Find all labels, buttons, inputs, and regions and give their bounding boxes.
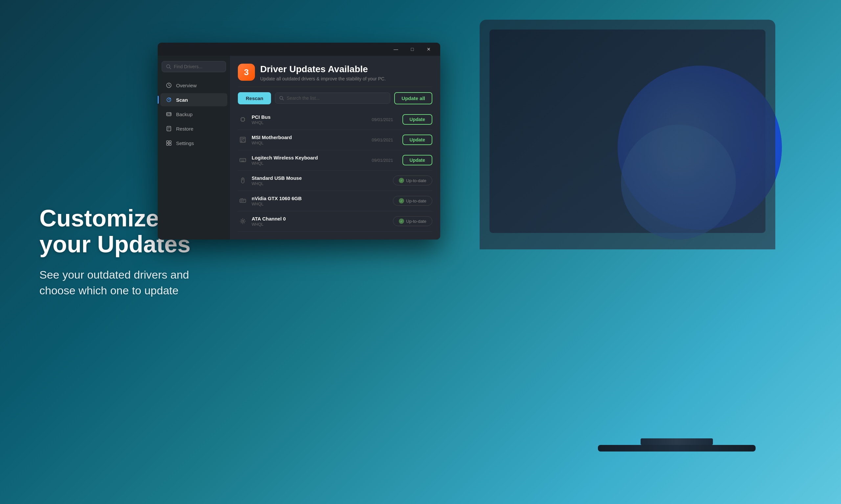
- driver-info: Logitech Wireless Keyboard WHQL: [252, 155, 367, 166]
- close-button[interactable]: ✕: [421, 44, 436, 54]
- driver-icon: [238, 114, 248, 124]
- uptodate-label: Up-to-date: [406, 199, 426, 203]
- driver-update-button[interactable]: Update: [402, 155, 432, 165]
- svg-line-1: [170, 68, 171, 69]
- svg-rect-9: [168, 127, 170, 128]
- search-icon: [166, 64, 171, 69]
- update-count-badge: 3: [238, 64, 255, 81]
- driver-row: Standard USB Mouse WHQL ✓ Up-to-date: [238, 170, 432, 191]
- search-box[interactable]: Find Drivers...: [161, 61, 226, 72]
- driver-update-button[interactable]: Update: [402, 114, 432, 125]
- driver-name: PCI Bus: [252, 114, 367, 120]
- check-icon: ✓: [399, 178, 404, 183]
- driver-tag: WHQL: [252, 202, 389, 206]
- check-icon: ✓: [399, 198, 404, 203]
- restore-label: Restore: [176, 126, 193, 131]
- driver-row: Logitech Wireless Keyboard WHQL 09/01/20…: [238, 150, 432, 170]
- scan-label: Scan: [176, 97, 188, 103]
- driver-info: Standard USB Mouse WHQL: [252, 175, 389, 186]
- driver-info: MSI Motherboard WHQL: [252, 134, 367, 145]
- svg-rect-37: [241, 161, 244, 161]
- sidebar-item-scan[interactable]: Scan: [160, 93, 227, 106]
- search-placeholder: Find Drivers...: [174, 64, 202, 69]
- driver-date: 09/01/2021: [372, 158, 393, 163]
- app-window: — □ ✕ Find Drivers...: [158, 43, 440, 239]
- driver-info: ATA Channel 0 WHQL: [252, 216, 389, 227]
- driver-tag: WHQL: [252, 181, 389, 186]
- restore-icon: [166, 125, 172, 132]
- svg-rect-30: [241, 141, 242, 142]
- svg-line-31: [243, 141, 245, 142]
- driver-date: 09/01/2021: [372, 138, 393, 142]
- driver-tag: WHQL: [252, 121, 367, 125]
- svg-rect-13: [169, 141, 171, 143]
- banner-subtitle: Update all outdated drivers & improve th…: [260, 76, 386, 82]
- svg-rect-34: [242, 160, 243, 160]
- svg-point-40: [242, 179, 243, 180]
- update-banner: 3 Driver Updates Available Update all ou…: [238, 64, 432, 87]
- app-content: Find Drivers... Overview: [158, 56, 440, 239]
- driver-row: nVidia GTX 1060 6GB WHQL ✓ Up-to-date: [238, 191, 432, 211]
- svg-rect-11: [168, 130, 169, 130]
- rescan-button[interactable]: Rescan: [238, 92, 271, 104]
- uptodate-label: Up-to-date: [406, 178, 426, 183]
- search-list-box[interactable]: Search the list...: [275, 92, 390, 104]
- driver-icon: [238, 135, 248, 145]
- driver-info: nVidia GTX 1060 6GB WHQL: [252, 196, 389, 206]
- sidebar-item-backup[interactable]: Backup: [160, 108, 227, 121]
- driver-uptodate-status: ✓ Up-to-date: [393, 176, 432, 185]
- backup-icon: [166, 111, 172, 118]
- svg-rect-42: [241, 200, 242, 201]
- backup-label: Backup: [176, 111, 192, 117]
- svg-rect-18: [241, 118, 244, 121]
- update-all-button[interactable]: Update all: [394, 92, 432, 104]
- svg-line-17: [282, 99, 284, 101]
- sidebar-item-restore[interactable]: Restore: [160, 122, 227, 135]
- sidebar-item-settings[interactable]: Settings: [160, 137, 227, 150]
- driver-icon: [238, 176, 248, 185]
- driver-name: MSI Motherboard: [252, 134, 367, 140]
- driver-icon: [238, 216, 248, 226]
- driver-name: Logitech Wireless Keyboard: [252, 155, 367, 160]
- settings-label: Settings: [176, 141, 194, 146]
- driver-update-button[interactable]: Update: [402, 134, 432, 145]
- sidebar: Find Drivers... Overview: [158, 56, 230, 239]
- driver-uptodate-status: ✓ Up-to-date: [393, 196, 432, 206]
- svg-rect-14: [167, 143, 169, 145]
- driver-icon: [238, 155, 248, 165]
- driver-name: Standard USB Mouse: [252, 175, 389, 181]
- svg-rect-36: [245, 160, 245, 160]
- driver-name: ATA Channel 0: [252, 216, 389, 221]
- main-content: 3 Driver Updates Available Update all ou…: [230, 56, 440, 239]
- search-list-placeholder: Search the list...: [287, 95, 319, 101]
- driver-info: PCI Bus WHQL: [252, 114, 367, 125]
- svg-rect-15: [169, 143, 171, 145]
- driver-row: PCI Bus WHQL 09/01/2021 Update: [238, 110, 432, 130]
- driver-icon: [238, 196, 248, 206]
- svg-rect-6: [167, 113, 171, 115]
- driver-list: PCI Bus WHQL 09/01/2021 Update MSI Mothe…: [238, 110, 432, 232]
- driver-tag: WHQL: [252, 222, 389, 227]
- banner-title: Driver Updates Available: [260, 64, 386, 75]
- overview-icon: [166, 82, 172, 89]
- action-bar: Rescan Search the list... Update all: [238, 92, 432, 104]
- svg-rect-12: [167, 141, 169, 143]
- maximize-button[interactable]: □: [405, 44, 420, 54]
- laptop-base: [598, 445, 756, 451]
- minimize-button[interactable]: —: [388, 44, 404, 54]
- window-controls: — □ ✕: [388, 44, 436, 54]
- svg-rect-33: [241, 160, 241, 160]
- driver-date: 09/01/2021: [372, 117, 393, 122]
- svg-rect-28: [241, 138, 243, 140]
- driver-tag: WHQL: [252, 141, 367, 145]
- title-bar: — □ ✕: [158, 43, 440, 56]
- sidebar-item-overview[interactable]: Overview: [160, 79, 227, 92]
- settings-icon: [166, 140, 172, 146]
- banner-text: Driver Updates Available Update all outd…: [260, 64, 386, 82]
- driver-uptodate-status: ✓ Up-to-date: [393, 216, 432, 226]
- driver-name: nVidia GTX 1060 6GB: [252, 196, 389, 201]
- check-icon: ✓: [399, 218, 404, 224]
- uptodate-label: Up-to-date: [406, 219, 426, 224]
- driver-row: MSI Motherboard WHQL 09/01/2021 Update: [238, 130, 432, 150]
- svg-rect-10: [168, 129, 170, 129]
